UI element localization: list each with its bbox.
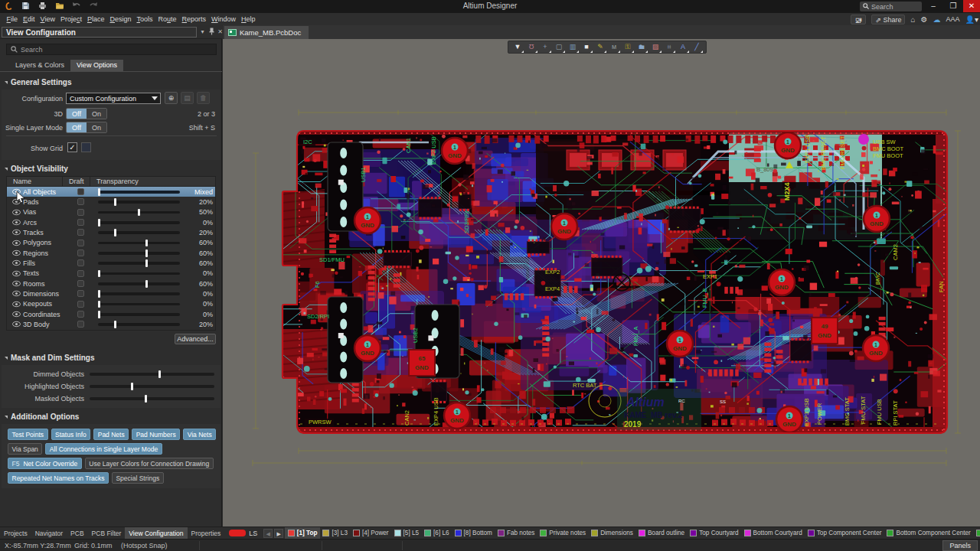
menu-help[interactable]: Help [239, 13, 259, 25]
slider-thumb[interactable] [145, 259, 148, 267]
object-row-texts[interactable]: Texts0% [7, 269, 215, 279]
draft-checkbox[interactable] [77, 229, 84, 236]
layer-private-notes[interactable]: Private notes [537, 527, 589, 540]
bottom-tab-pcb-filter[interactable]: PCB Filter [88, 527, 126, 540]
object-row-tracks[interactable]: Tracks20% [7, 227, 215, 237]
section-general-settings[interactable]: General Settings [5, 78, 222, 88]
bottom-tab-projects[interactable]: Projects [0, 527, 31, 540]
section-object-visibility[interactable]: Object Visibility [5, 165, 222, 174]
layer-board-outline[interactable]: Board outline [635, 527, 687, 540]
slider-thumb[interactable] [131, 383, 134, 390]
panels-button[interactable]: Panels [942, 540, 978, 551]
object-row-coordinates[interactable]: Coordinates0% [7, 309, 215, 319]
layer--4-power[interactable]: [4] Power [350, 527, 391, 540]
slider-thumb[interactable] [158, 370, 162, 378]
eye-icon[interactable] [12, 240, 21, 246]
draft-checkbox[interactable] [77, 259, 84, 266]
bottom-tab-navigator[interactable]: Navigator [31, 527, 67, 540]
layer-top-component-center[interactable]: Top Component Center [805, 527, 884, 540]
menu-reports[interactable]: Reports [179, 13, 209, 25]
object-row-dimensions[interactable]: Dimensions0% [7, 289, 215, 298]
draft-checkbox[interactable] [77, 209, 84, 216]
bottom-tab-properties[interactable]: Properties [188, 527, 225, 540]
object-row-pads[interactable]: Pads20% [7, 197, 215, 207]
slider-thumb[interactable] [98, 188, 100, 196]
option-use-layer-colors-for-connection-drawing[interactable]: Use Layer Colors for Connection Drawing [85, 458, 214, 469]
aaa-label[interactable]: AAA [946, 15, 959, 23]
chart-icon[interactable]: ▥ [566, 41, 580, 53]
transparency-slider[interactable] [98, 231, 180, 234]
transparency-slider[interactable] [98, 221, 180, 224]
layer-set-color-swatch[interactable] [229, 530, 246, 536]
layer--3-l3[interactable]: [3] L3 [320, 527, 351, 540]
eye-icon[interactable] [12, 280, 21, 287]
show-grid-checkbox[interactable]: ✓ [67, 142, 77, 152]
maximize-button[interactable]: ❐ [943, 0, 963, 12]
transparency-slider[interactable] [98, 191, 180, 194]
eye-icon[interactable] [12, 290, 21, 297]
transparency-slider[interactable] [98, 211, 180, 214]
section-additional-options[interactable]: Additional Options [5, 412, 222, 422]
configuration-select[interactable]: Custom Configuration [66, 93, 161, 104]
menu-route[interactable]: Route [155, 13, 179, 25]
layer--6-l6[interactable]: [6] L6 [422, 527, 452, 540]
bottom-tab-view-configuration[interactable]: View Configuration [125, 527, 187, 540]
object-row-vias[interactable]: Vias50% [7, 207, 215, 217]
checker-icon[interactable]: ▨ [648, 41, 662, 53]
menu-file[interactable]: File [4, 13, 21, 25]
layer--5-l5[interactable]: [5] L5 [391, 527, 422, 540]
layer-bottom-component-center[interactable]: Bottom Component Center [884, 527, 973, 540]
menu-project[interactable]: Project [57, 13, 84, 25]
grid-options-box[interactable] [81, 142, 91, 152]
object-row-all-objects[interactable]: All ObjectsMixed [7, 187, 215, 197]
toggle-on[interactable]: On [87, 122, 106, 132]
slider-thumb[interactable] [114, 321, 116, 328]
toggle-on[interactable]: On [87, 109, 106, 119]
transparency-slider[interactable] [98, 282, 180, 285]
menu-tools[interactable]: Tools [134, 13, 155, 25]
draft-checkbox[interactable] [77, 270, 84, 277]
gear-icon[interactable]: ⚙ [921, 15, 928, 24]
slider-thumb[interactable] [145, 280, 148, 288]
bottom-tab-pcb[interactable]: PCB [67, 527, 87, 540]
video-icon[interactable]: 🖳 [851, 15, 866, 24]
save-config-icon[interactable]: ▤ [181, 92, 194, 104]
slider-thumb[interactable] [145, 249, 148, 257]
mask-slider-track[interactable] [90, 385, 214, 388]
eye-icon[interactable] [12, 249, 21, 256]
option-test-points[interactable]: Test Points [8, 429, 48, 440]
slider-thumb[interactable] [98, 301, 100, 308]
eye-icon[interactable] [12, 219, 21, 226]
pcb-editor-canvas[interactable]: 1GND1GND1GND1GND1GND1GND1GND1GND1GND1GND… [223, 39, 980, 527]
draft-checkbox[interactable] [77, 321, 84, 328]
layer-assembly-top[interactable]: Assembly Top [973, 527, 980, 540]
eye-icon[interactable] [12, 301, 21, 308]
slider-thumb[interactable] [138, 209, 140, 217]
eye-icon[interactable] [12, 209, 21, 216]
home-icon[interactable]: ⌂ [910, 15, 915, 24]
mask-slider-track[interactable] [90, 373, 214, 376]
transparency-slider[interactable] [98, 292, 180, 295]
measure-icon[interactable]: ⌗ [662, 41, 676, 53]
layer-top-courtyard[interactable]: Top Courtyard [688, 527, 741, 540]
object-row-fills[interactable]: Fills60% [7, 258, 215, 268]
letters-icon[interactable]: ᴍ [607, 41, 621, 53]
eye-icon[interactable] [12, 229, 21, 236]
text-icon[interactable]: A [676, 41, 690, 53]
layer-fab-notes[interactable]: Fab notes [495, 527, 537, 540]
draft-checkbox[interactable] [77, 219, 84, 226]
undo-icon[interactable] [71, 2, 81, 11]
draft-checkbox[interactable] [77, 188, 84, 195]
slider-thumb[interactable] [114, 198, 116, 206]
layer--8-bottom[interactable]: [8] Bottom [452, 527, 495, 540]
save-icon[interactable] [21, 2, 31, 11]
transparency-slider[interactable] [98, 262, 180, 265]
add-config-icon[interactable]: ⊕ [165, 92, 178, 104]
transparency-slider[interactable] [98, 303, 180, 306]
option-status-info[interactable]: Status Info [51, 429, 91, 440]
eye-icon[interactable] [12, 259, 21, 266]
global-search-input[interactable]: Search [860, 2, 922, 11]
object-row-keepouts[interactable]: Keepouts0% [7, 299, 215, 309]
delete-config-icon[interactable]: 🗑 [197, 92, 210, 104]
draft-checkbox[interactable] [77, 249, 84, 256]
